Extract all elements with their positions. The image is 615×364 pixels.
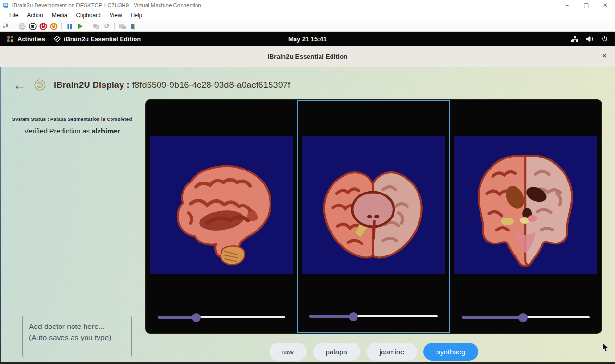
vm-titlebar: iBrain2u Development on DESKTOP-LO7U3H9 … [0, 0, 615, 10]
scan-viewer [145, 99, 602, 334]
stop-icon[interactable] [28, 22, 37, 31]
app-diamond-icon [54, 36, 61, 42]
jasmine-button[interactable]: jasmine [367, 343, 418, 361]
mouse-cursor [602, 342, 609, 352]
slider-fill [462, 316, 523, 319]
menu-clipboard[interactable]: Clipboard [72, 12, 105, 19]
slider-thumb[interactable] [192, 313, 201, 322]
clock[interactable]: May 21 15:41 [288, 36, 327, 43]
vm-toolbar: ↺ [0, 21, 615, 32]
note-placeholder-line1: Add doctor note here... [29, 321, 125, 332]
slider-fill [158, 316, 196, 319]
scan-panel-sagittal[interactable] [146, 100, 297, 333]
prediction-value: alzhimer [92, 127, 120, 135]
coronal-slice-slider[interactable] [462, 313, 590, 322]
synthseg-button[interactable]: synthseg [423, 343, 478, 361]
prediction-text: Verified Prediction as alzhimer [0, 127, 144, 135]
raw-button[interactable]: raw [269, 343, 307, 361]
mode-button-row: raw palapa jasmine synthseg [145, 343, 602, 361]
power-disabled-icon [18, 22, 26, 31]
focused-app-name: iBrain2u Essential Edition [64, 36, 141, 43]
page-title-label: iBrain2U Display : [54, 80, 130, 90]
gnome-top-bar: Activities iBrain2u Essential Edition Ma… [0, 32, 615, 46]
menu-file[interactable]: File [5, 12, 23, 19]
volume-icon[interactable] [586, 36, 594, 43]
brain-logo-icon [34, 79, 46, 91]
enhanced-session-icon [118, 22, 127, 31]
activities-icon [7, 36, 14, 43]
share-icon[interactable] [129, 22, 137, 31]
minimize-button[interactable]: – [557, 0, 577, 10]
vm-app-icon [3, 2, 10, 8]
revert-icon: ↺ [102, 22, 111, 31]
menu-help[interactable]: Help [126, 12, 147, 19]
doctor-note-input[interactable]: Add doctor note here... (Auto-saves as y… [22, 316, 132, 357]
axial-scan-image [302, 136, 444, 274]
menu-action[interactable]: Action [23, 12, 47, 19]
activities-label: Activities [17, 36, 45, 43]
resume-icon[interactable] [76, 22, 85, 31]
ctrl-alt-del-icon[interactable] [2, 22, 11, 31]
sagittal-scan-image [150, 136, 293, 274]
palapa-button[interactable]: palapa [313, 343, 360, 361]
network-icon[interactable] [571, 36, 579, 43]
app-header-bar: iBrain2u Essential Edition ✕ [0, 46, 615, 67]
checkpoint-icon [92, 22, 100, 31]
back-button[interactable]: ← [13, 79, 26, 91]
maximize-button[interactable]: ▢ [577, 0, 596, 10]
sagittal-slice-slider[interactable] [158, 313, 285, 322]
focused-app-menu[interactable]: iBrain2u Essential Edition [54, 36, 141, 43]
shutdown-icon[interactable] [39, 22, 48, 31]
page-title: iBrain2U Display : f8fd6509-9b16-4c28-93… [54, 80, 290, 90]
scan-uuid: f8fd6509-9b16-4c28-93d8-a0acf615397f [132, 80, 290, 90]
note-placeholder-line2: (Auto-saves as you type) [29, 332, 125, 343]
prediction-prefix: Verified Prediction as [24, 127, 91, 135]
pause-icon[interactable] [65, 22, 74, 31]
wallpaper-edge [0, 67, 1, 364]
axial-slice-slider[interactable] [309, 312, 437, 321]
slider-fill [309, 315, 353, 318]
activities-button[interactable]: Activities [7, 36, 45, 43]
turn-off-icon[interactable] [49, 22, 58, 31]
app-main: ← iBrain2U Display : f8fd6509-9b16-4c28-… [0, 67, 615, 364]
app-close-icon[interactable]: ✕ [602, 52, 607, 60]
scan-panel-coronal[interactable] [450, 100, 601, 333]
menu-media[interactable]: Media [48, 12, 72, 19]
menu-view[interactable]: View [105, 12, 126, 19]
slider-thumb[interactable] [349, 312, 358, 321]
viewport-bottom-edge [0, 362, 615, 364]
vm-window-title: iBrain2u Development on DESKTOP-LO7U3H9 … [12, 2, 557, 8]
power-icon[interactable] [601, 36, 608, 43]
scan-panel-axial[interactable] [297, 100, 450, 333]
vm-menubar: File Action Media Clipboard View Help [0, 10, 615, 21]
vm-screen: iBrain2u Development on DESKTOP-LO7U3H9 … [0, 0, 615, 364]
app-header-title: iBrain2u Essential Edition [268, 53, 348, 60]
close-button[interactable]: ✕ [596, 0, 615, 10]
slider-thumb[interactable] [518, 313, 528, 322]
system-status-text: System Status : Palapa Segmentation is C… [0, 116, 144, 121]
coronal-scan-image [454, 136, 597, 274]
